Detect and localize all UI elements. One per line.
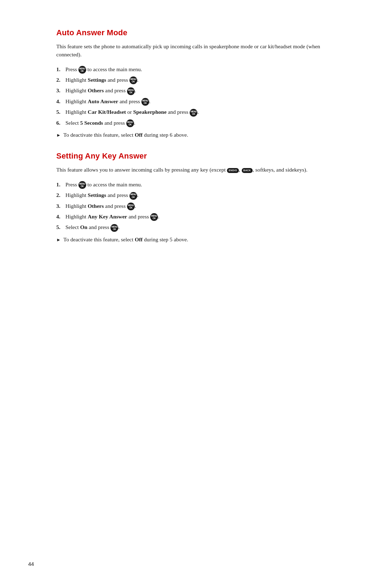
step-content: Press MENUOK to access the main menu. [65,65,324,74]
step-content: Select 5 Seconds and press MENUOK. [65,119,324,127]
steps-list-any-key: 1. Press MENUOK to access the main menu.… [56,180,324,232]
menu-ok-button: MENUOK [127,203,135,210]
bullet-arrow-icon: ► [56,236,61,243]
step-num: 1. [56,180,64,189]
step-3-any: 3. Highlight Others and press MENUOK. [56,202,324,210]
step-3-auto: 3. Highlight Others and press MENUOK. [56,86,324,95]
step-4-any: 4. Highlight Any Key Answer and press ME… [56,212,324,221]
menu-ok-button: MENUOK [129,76,137,84]
step-num: 3. [56,202,64,210]
menu-ok-button: MENUOK [127,87,135,95]
menu-ok-button: MENUOK [150,213,158,221]
step-num: 5. [56,108,64,116]
bullet-arrow-icon: ► [56,132,61,139]
step-content: Highlight Any Key Answer and press MENUO… [65,212,324,221]
menu-ok-button: MENUOK [141,98,149,106]
section-title-auto-answer: Auto Answer Mode [56,28,324,37]
section-description-any-key: This feature allows you to answer incomi… [56,166,324,174]
step-content: Highlight Others and press MENUOK. [65,202,324,210]
step-num: 1. [56,65,64,74]
step-num: 2. [56,76,64,84]
menu-ok-button: MENUOK [190,109,197,117]
step-5-any: 5. Select On and press MENUOK. [56,223,324,231]
step-1-auto: 1. Press MENUOK to access the main menu. [56,65,324,74]
step-4-auto: 4. Highlight Auto Answer and press MENUO… [56,97,324,106]
step-content: Press MENUOK to access the main menu. [65,180,324,189]
page-content: Auto Answer Mode This feature sets the p… [0,0,380,284]
menu-ok-button: MENUOK [126,119,134,127]
step-num: 4. [56,212,64,221]
end-button: END/O [227,168,239,173]
step-num: 6. [56,119,64,127]
note-auto-answer: ► To deactivate this feature, select Off… [56,131,324,139]
menu-ok-button: MENUOK [129,192,137,200]
note-text: To deactivate this feature, select Off d… [63,131,188,139]
step-6-auto: 6. Select 5 Seconds and press MENUOK. [56,119,324,127]
section-auto-answer-mode: Auto Answer Mode This feature sets the p… [56,28,324,139]
step-content: Highlight Settings and press MENUOK. [65,191,324,199]
step-2-any: 2. Highlight Settings and press MENUOK. [56,191,324,199]
step-num: 3. [56,86,64,95]
menu-ok-button: MENUOK [110,224,118,232]
section-title-any-key: Setting Any Key Answer [56,151,324,161]
menu-ok-button: MENUOK [78,66,86,74]
note-any-key: ► To deactivate this feature, select Off… [56,235,324,243]
section-description-auto-answer: This feature sets the phone to automatic… [56,42,324,59]
step-content: Highlight Auto Answer and press MENUOK. [65,97,324,106]
steps-list-auto-answer: 1. Press MENUOK to access the main menu.… [56,65,324,128]
step-5-auto: 5. Highlight Car Kit/Headset or Speakerp… [56,108,324,116]
step-num: 5. [56,223,64,231]
step-num: 4. [56,97,64,106]
step-2-auto: 2. Highlight Settings and press MENUOK. [56,76,324,84]
section-any-key-answer: Setting Any Key Answer This feature allo… [56,151,324,243]
step-content: Select On and press MENUOK. [65,223,324,231]
step-content: Highlight Car Kit/Headset or Speakerphon… [65,108,324,116]
menu-ok-button: MENUOK [78,181,86,189]
page-number: 44 [28,561,34,567]
note-text: To deactivate this feature, select Off d… [63,235,188,243]
step-num: 2. [56,191,64,199]
step-content: Highlight Others and press MENUOK. [65,86,324,95]
step-content: Highlight Settings and press MENUOK. [65,76,324,84]
back-button: BACK [242,168,253,173]
step-1-any: 1. Press MENUOK to access the main menu. [56,180,324,189]
